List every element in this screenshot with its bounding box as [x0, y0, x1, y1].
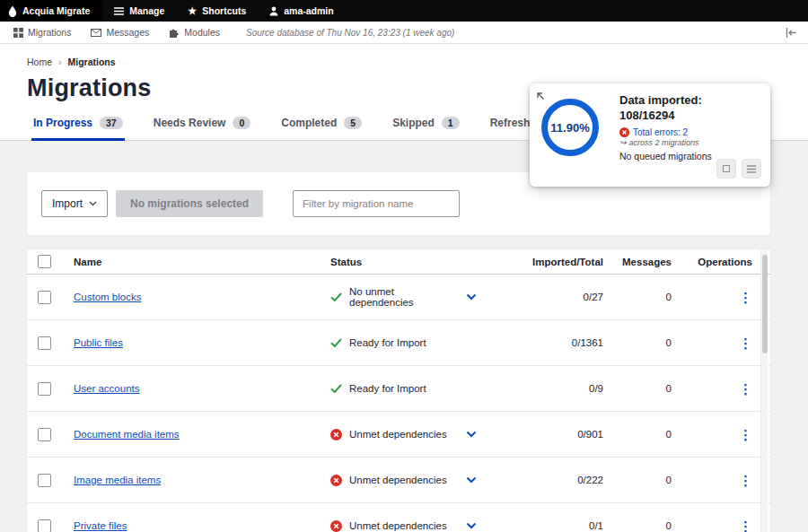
row-operations-menu[interactable]: ⋮ — [739, 290, 752, 305]
arrow-up-left-icon — [536, 92, 545, 100]
tab-in-progress[interactable]: In Progress 37 — [31, 111, 125, 140]
status-error-icon — [330, 475, 342, 486]
shortcuts-menu[interactable]: ★ Shortcuts — [176, 0, 258, 22]
collapse-corner-button[interactable] — [536, 88, 545, 104]
migration-name-link[interactable]: Document media items — [74, 429, 180, 440]
status-text: Ready for Import — [349, 383, 426, 394]
migration-name-link[interactable]: Private files — [74, 520, 127, 531]
envelope-icon — [91, 29, 101, 37]
data-imported-value: 108/16294 — [619, 109, 763, 124]
scrollbar-thumb[interactable] — [762, 255, 768, 353]
messages-count: 0 — [603, 292, 672, 302]
import-progress-card: 11.90% Data imported: 108/16294 Total er… — [530, 83, 770, 187]
chevron-down-icon — [89, 201, 97, 206]
tab-needs-review[interactable]: Needs Review 0 — [152, 111, 253, 140]
progress-ring: 11.90% — [541, 99, 599, 156]
status-error-icon — [330, 520, 342, 532]
manage-label: Manage — [129, 5, 164, 16]
row-operations-menu[interactable]: ⋮ — [739, 336, 752, 351]
messages-count: 0 — [603, 475, 672, 485]
collapse-left-icon — [786, 28, 797, 38]
row-checkbox[interactable] — [38, 474, 51, 487]
migration-name-link[interactable]: Image media items — [74, 475, 161, 485]
table-row: Document media items Unmet dependencies … — [27, 412, 770, 458]
total-errors-link[interactable]: Total errors: 2 — [633, 127, 688, 137]
status-text: Unmet dependencies — [349, 520, 447, 531]
migration-name-link[interactable]: Custom blocks — [74, 292, 141, 302]
migration-filter-input[interactable] — [293, 190, 460, 217]
imported-total-value: 0/1361 — [496, 337, 603, 348]
secondary-toolbar: Migrations Messages Modules Source datab… — [0, 22, 808, 44]
progress-percent: 11.90% — [550, 121, 589, 135]
user-menu[interactable]: ama-admin — [258, 0, 345, 22]
acquia-droplet-icon — [8, 5, 17, 17]
row-operations-menu[interactable]: ⋮ — [739, 519, 752, 532]
acquia-migrate-brand[interactable]: Acquia Migrate — [0, 0, 102, 22]
row-checkbox[interactable] — [38, 291, 51, 304]
tab-count-badge: 0 — [233, 117, 250, 129]
tab-label: Skipped — [392, 117, 435, 129]
toolbar-collapse-button[interactable] — [784, 26, 799, 39]
breadcrumb: Home › Migrations — [27, 56, 808, 68]
error-icon — [619, 127, 629, 137]
status-error-icon — [330, 429, 342, 440]
header-status: Status — [330, 257, 496, 267]
breadcrumb-separator: › — [58, 57, 62, 67]
stop-icon — [723, 165, 730, 172]
messages-count: 0 — [603, 520, 672, 531]
status-text: Ready for Import — [349, 337, 426, 348]
errors-across-label: across 2 migrations — [629, 138, 699, 147]
import-button-label: Import — [52, 197, 83, 210]
migration-name-link[interactable]: User accounts — [74, 383, 140, 394]
chevron-down-icon[interactable] — [466, 476, 477, 484]
imported-total-value: 0/1 — [496, 520, 603, 531]
chevron-down-icon[interactable] — [466, 431, 477, 438]
selection-status-button[interactable]: No migrations selected — [116, 190, 263, 217]
toolbar-item-modules[interactable]: Modules — [159, 22, 230, 43]
table-row: Public files Ready for Import 0/1361 0 ⋮ — [27, 320, 770, 366]
manage-menu[interactable]: Manage — [102, 0, 176, 22]
queue-list-button[interactable] — [742, 159, 761, 179]
toolbar-messages-label: Messages — [106, 27, 149, 38]
tab-completed[interactable]: Completed 5 — [279, 111, 364, 140]
puzzle-icon — [169, 27, 180, 38]
source-database-note: Source database of Thu Nov 16, 23:23 (1 … — [246, 28, 454, 38]
username-label: ama-admin — [284, 5, 333, 16]
header-messages: Messages — [603, 257, 672, 267]
tab-label: Needs Review — [154, 117, 226, 129]
row-checkbox[interactable] — [38, 382, 51, 396]
migration-name-link[interactable]: Public files — [74, 337, 123, 348]
toolbar-item-migrations[interactable]: Migrations — [4, 22, 81, 43]
messages-count: 0 — [603, 337, 672, 348]
grid-icon — [13, 28, 23, 38]
row-checkbox[interactable] — [38, 336, 51, 350]
tab-count-badge: 5 — [344, 117, 362, 129]
tab-count-badge: 37 — [100, 117, 123, 129]
table-header-row: Name Status Imported/Total Messages Oper… — [27, 249, 770, 275]
tab-skipped[interactable]: Skipped 1 — [391, 111, 461, 140]
select-all-checkbox[interactable] — [38, 255, 51, 268]
status-ok-icon — [330, 384, 342, 393]
table-row: Image media items Unmet dependencies 0/2… — [27, 458, 770, 503]
breadcrumb-home-link[interactable]: Home — [27, 57, 52, 67]
row-operations-menu[interactable]: ⋮ — [739, 427, 752, 442]
row-checkbox[interactable] — [38, 428, 51, 441]
table-row: User accounts Ready for Import 0/9 0 ⋮ — [27, 366, 770, 412]
messages-count: 0 — [603, 429, 672, 440]
stop-import-button[interactable] — [716, 159, 736, 179]
row-operations-menu[interactable]: ⋮ — [739, 473, 752, 488]
data-imported-label: Data imported: — [619, 93, 763, 109]
admin-toolbar: Acquia Migrate Manage ★ Shortcuts ama-ad… — [0, 0, 808, 22]
chevron-down-icon[interactable] — [466, 522, 477, 529]
toolbar-modules-label: Modules — [184, 27, 220, 38]
header-name: Name — [74, 257, 330, 267]
row-operations-menu[interactable]: ⋮ — [739, 381, 752, 397]
table-row: Custom blocks No unmet dependencies 0/27… — [27, 275, 770, 320]
import-dropdown-button[interactable]: Import — [41, 190, 108, 217]
tab-label: Refresh — [490, 117, 531, 129]
header-operations: Operations — [672, 257, 770, 267]
toolbar-item-messages[interactable]: Messages — [81, 22, 159, 43]
row-checkbox[interactable] — [38, 519, 51, 532]
chevron-down-icon[interactable] — [466, 293, 477, 301]
table-scrollbar[interactable] — [760, 249, 768, 532]
